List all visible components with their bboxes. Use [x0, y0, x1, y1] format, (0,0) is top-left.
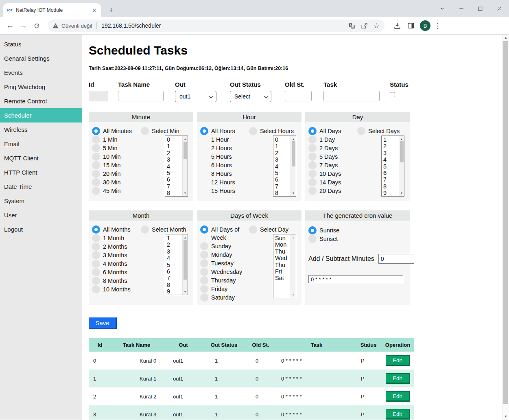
- radio-checked-icon[interactable]: [200, 127, 208, 135]
- radio-icon[interactable]: [200, 293, 208, 302]
- scroll-down-icon[interactable]: ▼: [183, 289, 188, 294]
- status-checkbox[interactable]: [390, 92, 395, 97]
- url-text[interactable]: 192.168.1.50/scheduler: [101, 22, 343, 29]
- radio-icon[interactable]: [249, 127, 257, 135]
- edit-button[interactable]: Edit: [386, 391, 410, 402]
- radio-checked-icon[interactable]: [308, 226, 317, 234]
- sidebar-item[interactable]: Events: [0, 66, 82, 80]
- scroll-thumb[interactable]: [503, 41, 508, 404]
- month-option[interactable]: 3 Months: [92, 251, 141, 259]
- minimize-icon[interactable]: [452, 0, 471, 17]
- listbox-scrollbar[interactable]: ▲ ▼: [291, 234, 296, 298]
- weekday-option[interactable]: Wednesday: [200, 268, 249, 276]
- maximize-icon[interactable]: [471, 0, 490, 17]
- month-option[interactable]: 2 Months: [92, 243, 141, 251]
- select-month-option[interactable]: Select Month: [141, 225, 190, 234]
- radio-icon[interactable]: [92, 161, 100, 169]
- radio-icon[interactable]: [308, 170, 317, 178]
- day-option[interactable]: 20 Days: [308, 187, 357, 195]
- month-option[interactable]: 4 Months: [92, 260, 141, 268]
- sunrise-option[interactable]: Sunrise: [308, 226, 406, 234]
- radio-checked-icon[interactable]: [308, 127, 317, 135]
- radio-icon[interactable]: [308, 136, 317, 144]
- month-option[interactable]: 6 Months: [92, 268, 141, 276]
- radio-icon[interactable]: [92, 268, 100, 276]
- tab-close-icon[interactable]: ×: [91, 7, 98, 13]
- scroll-thumb[interactable]: [184, 240, 187, 280]
- out-select[interactable]: out1: [175, 91, 216, 102]
- radio-icon[interactable]: [92, 234, 100, 242]
- sidebar-item[interactable]: Remote Control: [0, 94, 82, 108]
- sidebar-item[interactable]: Email: [0, 137, 82, 151]
- radio-icon[interactable]: [141, 225, 149, 234]
- select-day-option[interactable]: Select Day: [249, 225, 298, 234]
- profile-avatar[interactable]: B: [420, 20, 430, 31]
- select-hours-option[interactable]: Select Hours: [249, 127, 298, 135]
- sunset-option[interactable]: Sunset: [308, 235, 406, 243]
- radio-icon[interactable]: [249, 225, 257, 234]
- listbox-scrollbar[interactable]: ▲ ▼: [182, 136, 188, 196]
- radio-icon[interactable]: [92, 153, 100, 161]
- minute-option[interactable]: 30 Min: [92, 178, 141, 186]
- scroll-thumb[interactable]: [184, 142, 187, 159]
- scroll-down-icon[interactable]: ▼: [399, 191, 404, 195]
- radio-icon[interactable]: [92, 178, 100, 186]
- all-days-option[interactable]: All Days: [308, 127, 357, 135]
- day-option[interactable]: 14 Days: [308, 178, 357, 186]
- all-months-option[interactable]: All Months: [92, 225, 141, 234]
- scroll-up-icon[interactable]: ▲: [399, 137, 404, 141]
- radio-icon[interactable]: [308, 178, 317, 186]
- scroll-down-icon[interactable]: ▼: [502, 415, 509, 418]
- hour-option[interactable]: 15 Hours: [200, 187, 249, 195]
- sidebar-item[interactable]: Wireless: [0, 122, 82, 137]
- side-panel-icon[interactable]: [404, 22, 418, 29]
- reload-icon[interactable]: [30, 22, 44, 29]
- bookmark-star-icon[interactable]: ☆: [374, 22, 380, 30]
- radio-icon[interactable]: [92, 144, 100, 152]
- weekday-option[interactable]: Tuesday: [200, 259, 249, 267]
- sidebar-item[interactable]: HTTP Client: [0, 165, 82, 179]
- day-option[interactable]: 7 Days: [308, 161, 357, 169]
- select-days-option[interactable]: Select Days: [357, 127, 407, 135]
- listbox-scrollbar[interactable]: ▲ ▼: [399, 136, 404, 196]
- weekday-option[interactable]: Thursday: [200, 276, 249, 284]
- browser-tab[interactable]: IOT NetRelay IOT Module ×: [3, 3, 101, 17]
- day-option[interactable]: 10 Days: [308, 170, 357, 178]
- edit-button[interactable]: Edit: [386, 409, 410, 420]
- all-hours-option[interactable]: All Hours: [200, 127, 249, 135]
- all-minutes-option[interactable]: All Minutes: [92, 127, 141, 135]
- scroll-up-icon[interactable]: ▲: [291, 137, 296, 141]
- tab-search-chevron-icon[interactable]: [433, 0, 452, 17]
- share-icon[interactable]: [361, 22, 368, 29]
- weekday-option[interactable]: Friday: [200, 285, 249, 293]
- scroll-up-icon[interactable]: ▲: [183, 137, 188, 141]
- hour-listbox[interactable]: 0123456789 ▲ ▼: [273, 136, 296, 197]
- sidebar-item[interactable]: Ping Watchdog: [0, 80, 82, 94]
- sidebar-item[interactable]: Date Time: [0, 179, 82, 194]
- translate-icon[interactable]: Aa: [348, 22, 355, 29]
- minute-option[interactable]: 45 Min: [92, 187, 141, 195]
- minute-option[interactable]: 10 Min: [92, 153, 141, 161]
- edit-button[interactable]: Edit: [386, 373, 410, 384]
- edit-button[interactable]: Edit: [386, 355, 410, 366]
- sidebar-item[interactable]: Genaral Settings: [0, 51, 82, 66]
- new-tab-button[interactable]: +: [106, 6, 116, 15]
- day-option[interactable]: 2 Days: [308, 144, 357, 152]
- radio-icon[interactable]: [200, 276, 208, 284]
- task-field[interactable]: [323, 91, 380, 101]
- page-scrollbar[interactable]: ▲ ▼: [502, 35, 509, 420]
- all-days-of-week-option[interactable]: All Days of Week: [200, 225, 249, 242]
- radio-icon[interactable]: [308, 161, 317, 169]
- minute-option[interactable]: 20 Min: [92, 170, 141, 178]
- radio-icon[interactable]: [200, 285, 208, 293]
- scroll-down-icon[interactable]: ▼: [291, 191, 296, 195]
- sidebar-item[interactable]: Status: [0, 37, 82, 51]
- radio-icon[interactable]: [200, 242, 208, 250]
- hour-option[interactable]: 6 Hours: [200, 161, 249, 169]
- address-bar[interactable]: Güvenli değil 192.168.1.50/scheduler Aa …: [48, 20, 384, 32]
- add-subtract-minutes-field[interactable]: [378, 254, 414, 264]
- scroll-up-icon[interactable]: ▲: [183, 235, 188, 240]
- radio-icon[interactable]: [200, 259, 208, 267]
- day-listbox[interactable]: 12345678910 ▲ ▼: [381, 136, 404, 197]
- hour-option[interactable]: 5 Hours: [200, 153, 249, 161]
